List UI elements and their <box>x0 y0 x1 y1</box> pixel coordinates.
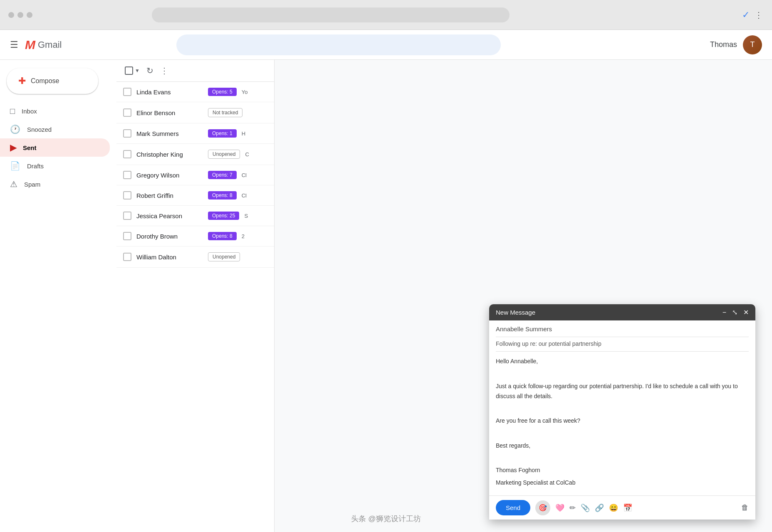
compose-label: Compose <box>31 77 59 85</box>
email-checkbox[interactable] <box>123 253 131 261</box>
sidebar-item-drafts[interactable]: 📄 Drafts <box>0 157 110 175</box>
emoji-icon[interactable]: 😄 <box>609 503 618 512</box>
send-button[interactable]: Send <box>496 500 530 515</box>
sidebar-item-inbox[interactable]: □ Inbox <box>0 102 110 120</box>
sidebar-item-sent[interactable]: ▶ Sent <box>0 138 110 157</box>
compose-to-field[interactable]: Annabelle Summers <box>496 325 749 337</box>
compose-close-button[interactable]: ✕ <box>743 308 749 316</box>
tracking-icon: 🎯 <box>539 504 547 512</box>
compose-window-actions: − ⤡ ✕ <box>723 308 749 316</box>
gmail-logo-label: Gmail <box>38 39 62 50</box>
email-sender: Robert Griffin <box>136 192 203 199</box>
attachment-icon[interactable]: 📎 <box>581 503 590 512</box>
message-line-regards: Best regards, <box>496 441 749 451</box>
email-sender: Jessica Pearson <box>136 212 203 219</box>
sidebar-item-label: Inbox <box>22 108 37 115</box>
sidebar-item-label: Sent <box>23 144 37 151</box>
email-sender: Mark Summers <box>136 130 203 137</box>
sidebar-item-snoozed[interactable]: 🕐 Snoozed <box>0 120 110 138</box>
email-checkbox[interactable] <box>123 212 131 220</box>
browser-menu-icon[interactable]: ⋮ <box>755 10 764 20</box>
browser-dot-green[interactable] <box>27 12 32 18</box>
gmail-search-bar[interactable] <box>176 34 501 55</box>
more-options-icon[interactable]: ⋮ <box>160 66 168 76</box>
browser-dot-red[interactable] <box>8 12 14 18</box>
table-row[interactable]: Elinor Benson Not tracked <box>116 102 274 123</box>
browser-addressbar[interactable] <box>152 7 510 22</box>
compose-body: Annabelle Summers Following up re: our p… <box>489 320 755 495</box>
drafts-icon: 📄 <box>10 161 20 171</box>
refresh-icon[interactable]: ↻ <box>146 66 153 76</box>
table-row[interactable]: William Dalton Unopened <box>116 246 274 268</box>
gmail-logo: M Gmail <box>25 38 62 52</box>
gmail-username: Thomas <box>710 40 737 49</box>
browser-chrome: ✓ ⋮ <box>0 0 772 30</box>
compose-button[interactable]: ✚ Compose <box>7 68 98 94</box>
email-badge: Opens: 25 <box>208 212 239 220</box>
compose-message-area[interactable]: Hello Annabelle, Just a quick follow-up … <box>496 357 749 488</box>
browser-dot-yellow[interactable] <box>17 12 23 18</box>
email-preview: H <box>242 131 267 137</box>
email-checkbox[interactable] <box>123 171 131 179</box>
email-badge: Unopened <box>208 252 240 261</box>
sidebar-item-label: Snoozed <box>27 126 52 133</box>
sidebar-item-spam[interactable]: ⚠ Spam <box>0 175 110 193</box>
link-icon[interactable]: 🔗 <box>595 503 604 512</box>
browser-actions: ✓ ⋮ <box>742 10 764 20</box>
email-checkbox[interactable] <box>123 150 131 158</box>
message-line-empty3 <box>496 429 749 438</box>
table-row[interactable]: Linda Evans Opens: 5 Yo <box>116 82 274 102</box>
email-checkbox[interactable] <box>123 191 131 200</box>
browser-dots <box>8 12 32 18</box>
email-list: ▼ ↻ ⋮ Linda Evans Opens: 5 Yo Elinor Ben… <box>116 60 275 532</box>
compose-maximize-button[interactable]: ⤡ <box>732 308 737 316</box>
email-sender: William Dalton <box>136 254 203 261</box>
email-badge: Opens: 8 <box>208 232 237 240</box>
email-badge: Opens: 1 <box>208 129 237 138</box>
gmail-sidebar: ✚ Compose □ Inbox 🕐 Snoozed ▶ Sent 📄 Dra… <box>0 60 116 532</box>
email-badge: Unopened <box>208 150 240 159</box>
email-checkbox[interactable] <box>123 232 131 240</box>
compose-subject-field[interactable]: Following up re: our potential partnersh… <box>496 340 749 352</box>
compose-plus-icon: ✚ <box>18 76 26 86</box>
tracking-emoji-button[interactable]: 🎯 <box>535 500 550 515</box>
inbox-icon: □ <box>10 106 15 116</box>
email-badge: Not tracked <box>208 108 242 117</box>
chevron-down-icon[interactable]: ▼ <box>135 68 140 74</box>
checkbox-box[interactable] <box>125 66 133 75</box>
email-sender: Elinor Benson <box>136 109 203 116</box>
email-checkbox[interactable] <box>123 88 131 96</box>
browser-checkmark-icon: ✓ <box>742 10 750 20</box>
table-row[interactable]: Gregory Wilson Opens: 7 Cl <box>116 165 274 185</box>
email-sender: Dorothy Brown <box>136 233 203 240</box>
formatting-icon[interactable]: ✏ <box>569 503 576 512</box>
message-line-signature-name: Thomas Foghorn <box>496 466 749 475</box>
compose-minimize-button[interactable]: − <box>723 308 726 316</box>
gmail-logo-m-icon: M <box>25 38 35 52</box>
table-row[interactable]: Dorothy Brown Opens: 8 2 <box>116 226 274 246</box>
message-line-signature-title: Marketing Specialist at ColCab <box>496 478 749 488</box>
message-line-empty4 <box>496 453 749 463</box>
email-checkbox[interactable] <box>123 108 131 117</box>
table-row[interactable]: Mark Summers Opens: 1 H <box>116 123 274 144</box>
message-line-body: Just a quick follow-up regarding our pot… <box>496 382 749 401</box>
compose-window-title: New Message <box>496 309 535 316</box>
email-badge: Opens: 7 <box>208 171 237 179</box>
hamburger-menu-icon[interactable]: ☰ <box>10 39 18 50</box>
select-all-checkbox[interactable]: ▼ <box>125 66 140 75</box>
table-row[interactable]: Jessica Pearson Opens: 25 S <box>116 206 274 226</box>
gmail-user-area: Thomas T <box>710 35 762 54</box>
delete-icon[interactable]: 🗑 <box>741 503 749 512</box>
email-sender: Linda Evans <box>136 89 203 96</box>
heart-icon[interactable]: 🩷 <box>555 503 564 512</box>
avatar[interactable]: T <box>743 35 762 54</box>
spam-icon: ⚠ <box>10 179 17 189</box>
email-preview: S <box>244 213 267 219</box>
email-checkbox[interactable] <box>123 129 131 138</box>
email-list-toolbar: ▼ ↻ ⋮ <box>116 60 274 82</box>
email-preview: C <box>245 151 267 158</box>
message-line-greeting: Hello Annabelle, <box>496 357 749 367</box>
table-row[interactable]: Christopher King Unopened C <box>116 144 274 165</box>
table-row[interactable]: Robert Griffin Opens: 8 Cl <box>116 185 274 206</box>
calendar-icon[interactable]: 📅 <box>623 503 632 512</box>
